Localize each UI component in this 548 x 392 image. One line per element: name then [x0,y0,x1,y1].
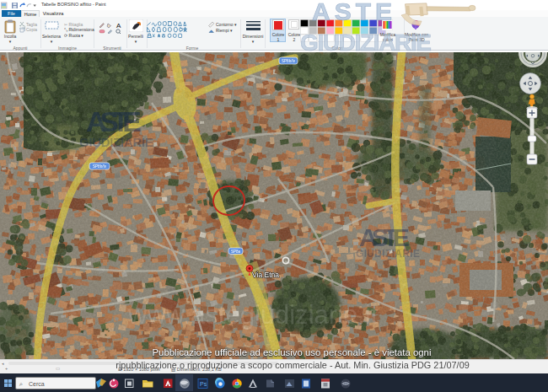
svg-text:GIUDIZIARIE: GIUDIZIARIE [356,248,420,260]
svg-text:GIUDIZIARIE: GIUDIZIARIE [300,30,432,52]
svg-text:SP8a: SP8a [231,250,241,254]
svg-text:Ps: Ps [200,381,207,387]
svg-text:SP8b/Iv: SP8b/Iv [93,164,107,169]
svg-text:ASTE: ASTE [86,105,142,137]
svg-text:www.astegiudiziarie.it: www.astegiudiziarie.it [127,300,379,330]
svg-text:ASTE: ASTE [312,0,392,25]
svg-text:Via Etna: Via Etna [252,271,279,279]
svg-text:SP8b/Iv: SP8b/Iv [282,59,296,63]
svg-text:GIUDIZIARIE: GIUDIZIARIE [79,135,153,149]
